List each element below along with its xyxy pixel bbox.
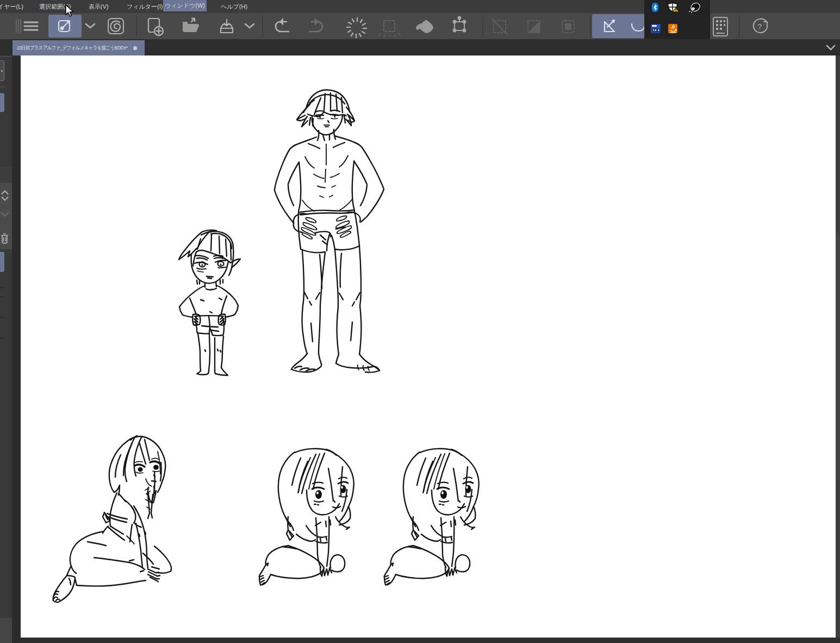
svg-text:?: ?: [757, 22, 762, 31]
